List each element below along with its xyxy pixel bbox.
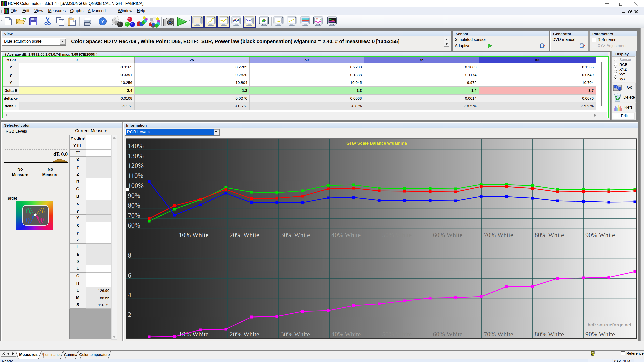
svg-text:6: 6 [128,272,131,279]
svg-text:110%: 110% [128,172,143,179]
svg-text:60% White: 60% White [433,231,462,239]
svg-text:8: 8 [128,252,131,259]
svg-text:30% White: 30% White [280,331,310,338]
svg-text:2: 2 [128,311,131,319]
svg-text:20% White: 20% White [230,331,259,338]
svg-text:4: 4 [128,291,131,299]
svg-text:70% White: 70% White [484,231,513,239]
svg-text:40% White: 40% White [331,331,361,338]
svg-text:70%: 70% [128,212,140,219]
svg-text:90%: 90% [128,192,140,199]
svg-text:10% White: 10% White [179,231,208,239]
svg-text:50% White: 50% White [382,231,412,239]
svg-text:40% White: 40% White [331,231,361,239]
svg-text:30% White: 30% White [280,231,310,239]
svg-text:80%: 80% [128,202,140,209]
svg-text:60%: 60% [128,221,140,229]
svg-text:80% White: 80% White [535,331,564,338]
svg-text:50% White: 50% White [382,331,412,338]
svg-text:90% White: 90% White [585,331,615,338]
svg-text:Gray Scale Balance w/gamma: Gray Scale Balance w/gamma [346,141,407,146]
svg-text:dE 0.0: dE 0.0 [53,151,68,157]
svg-text:130%: 130% [128,152,144,160]
svg-text:60% White: 60% White [433,331,462,338]
svg-text:Luminance: Luminance [43,352,61,357]
svg-text:140%: 140% [128,142,144,150]
svg-text:20% White: 20% White [230,231,259,239]
svg-text:Measures: Measures [19,352,38,357]
svg-text:?: ? [101,18,104,25]
svg-text:100%: 100% [128,182,144,189]
svg-text:80% White: 80% White [535,231,564,239]
svg-text:120%: 120% [128,162,144,169]
svg-text:90% White: 90% White [585,231,615,239]
svg-text:Gamma: Gamma [64,352,77,357]
svg-text:hcfr.sourceforge.net: hcfr.sourceforge.net [588,322,631,327]
svg-text:Color temperature: Color temperature [79,352,110,357]
svg-text:70% White: 70% White [484,331,513,338]
